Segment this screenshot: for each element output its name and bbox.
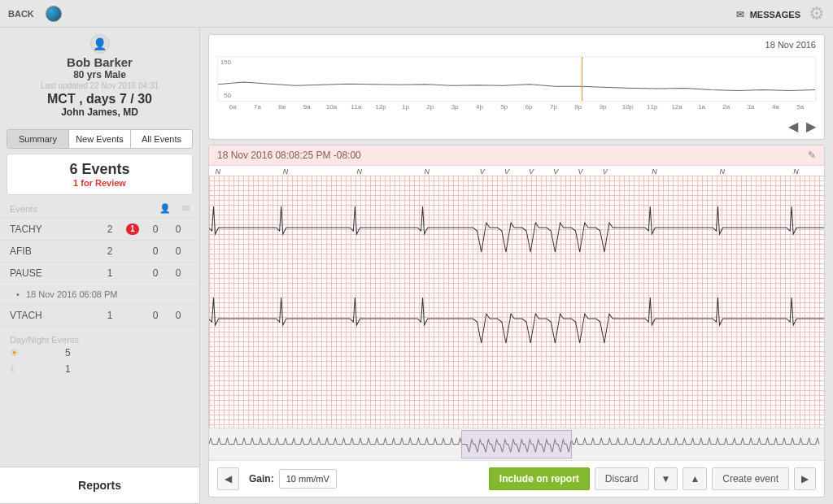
night-events-row: ☾ 1 <box>10 361 190 377</box>
create-event-button[interactable]: Create event <box>712 467 789 490</box>
x-tick: 12a <box>665 103 689 111</box>
sidebar: 👤 Bob Barker 80 yrs Male Last updated 22… <box>0 28 200 504</box>
arrow-up-button[interactable]: ▲ <box>683 467 707 490</box>
person-icon: 👤 <box>159 203 171 214</box>
context-strip[interactable] <box>209 428 824 460</box>
ecg-grid[interactable] <box>209 176 824 428</box>
gain-label: Gain: <box>249 473 274 484</box>
beat-label: V <box>578 167 583 176</box>
beat-label: N <box>793 167 799 176</box>
timeline-next-button[interactable]: ▶ <box>806 119 816 134</box>
x-tick: 5a <box>788 103 813 111</box>
beat-label: V <box>529 167 534 176</box>
timeline-date: 18 Nov 2016 <box>765 40 816 50</box>
physician-name: John James, MD <box>3 106 196 118</box>
day-count: 5 <box>65 347 71 358</box>
beat-label: V <box>603 167 608 176</box>
event-count: 2 <box>98 245 121 257</box>
tab-summary[interactable]: Summary <box>7 130 69 148</box>
scroll-left-button[interactable]: ◀ <box>217 467 239 490</box>
events-count: 6 Events <box>14 161 185 178</box>
x-tick: 11p <box>640 103 665 111</box>
event-row-pause[interactable]: PAUSE100 <box>0 262 199 284</box>
event-name: TACHY <box>10 224 98 235</box>
beat-label: N <box>425 167 430 176</box>
edit-icon[interactable]: ✎ <box>808 150 816 161</box>
event-count: 1 <box>98 267 121 279</box>
globe-icon[interactable] <box>46 6 62 22</box>
x-tick: 3p <box>443 103 467 111</box>
x-tick: 6p <box>517 103 541 111</box>
hr-trend-chart[interactable]: 150 50 <box>217 56 816 102</box>
beat-label: V <box>504 167 509 176</box>
x-tick: 12p <box>369 103 393 111</box>
tab-all-events[interactable]: All Events <box>131 130 192 148</box>
event-name: PAUSE <box>10 267 98 279</box>
daynight-label: Day/Night Events <box>10 335 190 345</box>
beat-label: N <box>719 167 725 176</box>
x-tick: 4p <box>467 103 491 111</box>
event-detail-time: 18 Nov 2016 06:08 PM <box>26 289 118 299</box>
events-for-review: 1 for Review <box>14 178 185 188</box>
event-row-afib[interactable]: AFIB200 <box>0 240 199 262</box>
day-events-row: ☀ 5 <box>10 345 190 361</box>
summary-card[interactable]: 6 Events 1 for Review <box>7 154 193 195</box>
scroll-right-button[interactable]: ▶ <box>794 467 816 490</box>
x-tick: 7a <box>245 103 269 111</box>
x-tick: 4a <box>763 103 787 111</box>
patient-avatar: 👤 <box>90 34 110 54</box>
x-tick: 9p <box>591 103 615 111</box>
messages-label: MESSAGES <box>750 10 800 20</box>
discard-button[interactable]: Discard <box>595 467 649 490</box>
timeline-xaxis: 6a7a8a9a10a11a12p1p2p3p4p5p6p7p8p9p10p11… <box>217 103 816 111</box>
beat-annotations: NNNNVVVVVVNNN <box>209 166 824 176</box>
back-button[interactable]: BACK <box>8 9 34 19</box>
moon-icon: ☾ <box>10 363 26 375</box>
x-tick: 7p <box>541 103 565 111</box>
x-tick: 1p <box>393 103 417 111</box>
patient-demographics: 80 yrs Male <box>3 69 196 80</box>
gain-select[interactable]: 10 mm/mV <box>279 469 337 489</box>
patient-block: 👤 Bob Barker 80 yrs Male Last updated 22… <box>0 28 199 126</box>
timeline-prev-button[interactable]: ◀ <box>788 119 798 134</box>
beat-label: V <box>480 167 485 176</box>
event-sent: 0 <box>167 224 190 235</box>
context-selection[interactable] <box>461 430 572 458</box>
envelope-icon: ✉ <box>736 9 744 20</box>
x-tick: 3a <box>739 103 763 111</box>
event-sent: 0 <box>167 267 190 279</box>
mail-icon: ✉ <box>182 203 190 214</box>
messages-button[interactable]: ✉ MESSAGES <box>736 7 800 21</box>
x-tick: 10a <box>319 103 343 111</box>
beat-label: V <box>553 167 558 176</box>
tab-new-events[interactable]: New Events <box>69 130 131 148</box>
include-on-report-button[interactable]: Include on report <box>489 467 590 490</box>
event-name: AFIB <box>10 245 98 257</box>
timeline-marker[interactable] <box>582 57 582 101</box>
event-detail-row[interactable]: •18 Nov 2016 06:08 PM <box>0 284 199 304</box>
event-row-vtach[interactable]: VTACH100 <box>0 304 199 327</box>
reports-button[interactable]: Reports <box>0 467 199 504</box>
beat-label: N <box>356 167 362 176</box>
patient-name: Bob Barker <box>3 55 196 69</box>
event-row-tachy[interactable]: TACHY2100 <box>0 217 199 240</box>
x-tick: 11a <box>344 103 369 111</box>
night-count: 1 <box>65 363 71 375</box>
event-notified: 0 <box>144 267 167 279</box>
event-name: VTACH <box>10 310 98 321</box>
events-table: Events 👤 ✉ TACHY2100AFIB200PAUSE100•18 N… <box>0 202 199 327</box>
x-tick: 6a <box>220 103 245 111</box>
event-review-badge: 1 <box>121 223 144 235</box>
event-notified: 0 <box>144 310 167 321</box>
x-tick: 5p <box>492 103 517 111</box>
study-title: MCT , days 7 / 30 <box>3 92 196 106</box>
gear-icon[interactable]: ⚙ <box>809 3 825 24</box>
sun-icon: ☀ <box>10 347 26 358</box>
timeline-panel: 18 Nov 2016 150 50 6a7a8a9a10a11a12p1p2p… <box>208 34 825 140</box>
event-sent: 0 <box>167 245 190 257</box>
beat-label: N <box>216 167 221 176</box>
arrow-down-button[interactable]: ▼ <box>654 467 678 490</box>
ecg-timestamp: 18 Nov 2016 08:08:25 PM -08:00 <box>217 150 361 161</box>
event-count: 1 <box>98 310 121 321</box>
x-tick: 8a <box>270 103 294 111</box>
